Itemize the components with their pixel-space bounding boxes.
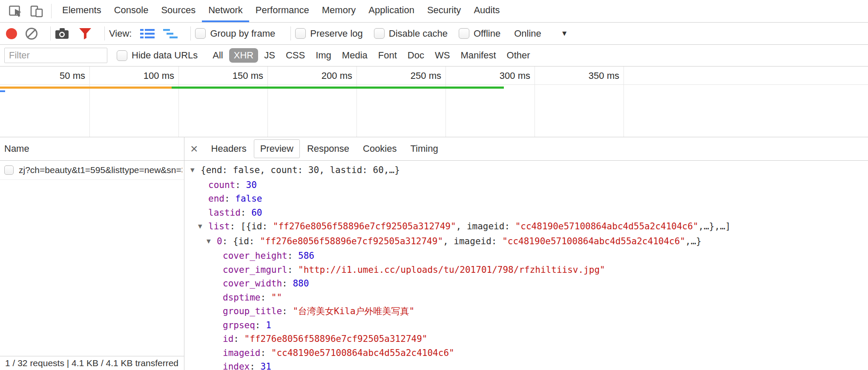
token-num: 586	[298, 251, 314, 261]
preview-line[interactable]: group_title: "台湾美女Kila户外唯美写真"	[184, 304, 868, 318]
timeline-bar-green	[172, 87, 504, 89]
preview-line[interactable]: ▼0: {id: "ff276e8056f58896e7cf92505a3127…	[184, 234, 868, 249]
timeline-overview[interactable]: 50 ms100 ms150 ms200 ms250 ms300 ms350 m…	[0, 66, 868, 137]
tab-sources[interactable]: Sources	[155, 0, 202, 22]
name-header-label: Name	[4, 143, 29, 154]
timeline-tick-label: 350 ms	[551, 70, 619, 81]
preview-line[interactable]: index: 31	[184, 360, 868, 370]
record-button[interactable]	[6, 28, 17, 39]
chevron-down-icon: ▼	[561, 29, 568, 38]
detail-tab-headers[interactable]: Headers	[205, 139, 253, 158]
tab-application[interactable]: Application	[362, 0, 421, 22]
preview-line[interactable]: id: "ff276e8056f58896e7cf92505a312749"	[184, 332, 868, 346]
timeline-tick-label: 100 ms	[106, 70, 174, 81]
large-rows-toggle-button[interactable]	[140, 28, 155, 39]
network-main: Name zj?ch=beauty&t1=595&listtype=new&sn…	[0, 137, 868, 370]
group-by-frame-checkbox-group: Group by frame	[195, 28, 275, 39]
tab-audits[interactable]: Audits	[467, 0, 506, 22]
offline-label: Offline	[474, 28, 500, 39]
filter-type-ws[interactable]: WS	[430, 48, 454, 63]
token-key: end	[208, 194, 224, 204]
preview-line[interactable]: count: 30	[184, 178, 868, 192]
preview-tree: ▼{end: false, count: 30, lastid: 60,…}co…	[184, 161, 868, 370]
hide-data-urls-checkbox[interactable]	[117, 50, 127, 61]
show-overview-toggle-button[interactable]	[163, 28, 178, 39]
filter-input[interactable]	[4, 48, 107, 63]
preview-line[interactable]: cover_imgurl: "http://i1.umei.cc/uploads…	[184, 263, 868, 277]
expand-arrow-icon[interactable]: ▼	[207, 234, 217, 249]
token-num: 880	[293, 278, 309, 289]
token-plain: :	[233, 334, 244, 344]
filter-type-manifest[interactable]: Manifest	[456, 48, 500, 63]
detail-tab-response[interactable]: Response	[301, 139, 356, 158]
inspect-element-button[interactable]	[5, 0, 26, 22]
detail-tabs: HeadersPreviewResponseCookiesTiming	[205, 139, 445, 158]
tab-security[interactable]: Security	[421, 0, 467, 22]
detail-tab-cookies[interactable]: Cookies	[356, 139, 403, 158]
token-plain: , imageid:	[456, 221, 515, 231]
device-toolbar-icon	[30, 5, 43, 17]
filter-type-media[interactable]: Media	[337, 48, 372, 63]
token-key: count	[208, 180, 235, 190]
request-row[interactable]: zj?ch=beauty&t1=595&listtype=new&sn=30&l…	[0, 161, 184, 180]
detail-tabbar: × HeadersPreviewResponseCookiesTiming	[184, 137, 868, 161]
tab-console[interactable]: Console	[108, 0, 155, 22]
group-by-frame-checkbox[interactable]	[195, 28, 206, 39]
token-key: list	[208, 221, 230, 231]
expand-arrow-icon[interactable]: ▼	[190, 163, 201, 177]
disable-cache-checkbox[interactable]	[374, 28, 385, 39]
filter-type-all[interactable]: All	[208, 48, 227, 63]
filter-type-font[interactable]: Font	[374, 48, 402, 63]
separator	[50, 26, 51, 40]
offline-checkbox[interactable]	[459, 28, 469, 39]
filter-type-other[interactable]: Other	[502, 48, 535, 63]
list-view-icon	[140, 28, 155, 39]
preview-line[interactable]: lastid: 60	[184, 206, 868, 220]
preview-line[interactable]: cover_height: 586	[184, 249, 868, 263]
name-column-header[interactable]: Name	[0, 137, 184, 161]
timeline-bar-orange	[0, 87, 172, 89]
tab-elements[interactable]: Elements	[56, 0, 108, 22]
preview-line[interactable]: ▼list: [{id: "ff276e8056f58896e7cf92505a…	[184, 220, 868, 234]
record-icon	[6, 28, 17, 39]
device-toolbar-button[interactable]	[26, 0, 47, 22]
preview-line[interactable]: end: false	[184, 192, 868, 206]
view-label: View:	[109, 28, 132, 39]
request-name: zj?ch=beauty&t1=595&listtype=new&sn=30&l…	[19, 165, 182, 175]
preview-line[interactable]: grpseq: 1	[184, 318, 868, 332]
preview-line[interactable]: dsptime: ""	[184, 291, 868, 305]
devtools-tabbar: ElementsConsoleSourcesNetworkPerformance…	[0, 0, 868, 23]
preserve-log-checkbox-group: Preserve log	[295, 28, 363, 39]
tab-network[interactable]: Network	[202, 0, 249, 22]
separator	[51, 4, 52, 18]
token-str: "台湾美女Kila户外唯美写真"	[293, 306, 414, 316]
tab-performance[interactable]: Performance	[249, 0, 316, 22]
throttling-select[interactable]: Online ▼	[514, 28, 568, 39]
separator	[290, 26, 291, 40]
filter-type-js[interactable]: JS	[259, 48, 280, 63]
capture-screenshots-button[interactable]	[55, 28, 70, 40]
detail-tab-timing[interactable]: Timing	[404, 139, 445, 158]
close-icon[interactable]: ×	[190, 142, 198, 155]
group-by-frame-label: Group by frame	[210, 28, 275, 39]
expand-arrow-icon[interactable]: ▼	[198, 220, 208, 234]
hide-data-urls-label: Hide data URLs	[132, 50, 198, 61]
detail-tab-preview[interactable]: Preview	[254, 139, 300, 158]
filter-type-img[interactable]: Img	[311, 48, 336, 63]
token-key: lastid	[208, 208, 241, 218]
clear-button[interactable]	[26, 28, 37, 40]
filter-type-doc[interactable]: Doc	[403, 48, 429, 63]
preview-line[interactable]: ▼{end: false, count: 30, lastid: 60,…}	[184, 163, 868, 178]
preview-line[interactable]: cover_width: 880	[184, 277, 868, 291]
separator	[104, 26, 105, 40]
filter-type-css[interactable]: CSS	[281, 48, 310, 63]
hide-data-urls-group: Hide data URLs	[117, 50, 198, 61]
timeline-divider	[0, 84, 868, 85]
preview-line[interactable]: imageid: "cc48190e57100864abc4d55a2c4104…	[184, 346, 868, 360]
filter-toggle-button[interactable]	[79, 28, 92, 40]
token-key: index	[223, 361, 250, 370]
tab-memory[interactable]: Memory	[316, 0, 362, 22]
filter-type-xhr[interactable]: XHR	[229, 48, 258, 63]
request-checkbox[interactable]	[4, 165, 14, 175]
preserve-log-checkbox[interactable]	[295, 28, 306, 39]
